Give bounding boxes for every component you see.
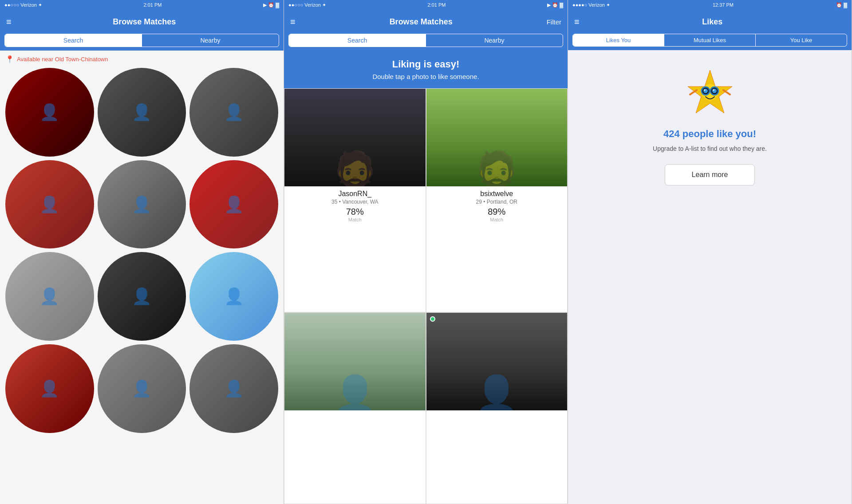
carrier-2: ●●○○○ Verizon ✦ [288, 2, 326, 8]
match-detail-2: 29 • Portland, OR [431, 199, 563, 205]
match-card-1[interactable]: 🧔 JasonRN_ 35 • Vancouver, WA 78% Match [284, 88, 426, 312]
time-1: 2:01 PM [143, 2, 162, 8]
match-photo-3: 👤 [284, 313, 426, 410]
segment-bar-3: Likes You Mutual Likes You Like [568, 34, 852, 50]
svg-point-4 [703, 89, 708, 93]
location-bar: 📍 Available near Old Town-Chinatown [0, 51, 284, 68]
nearby-tab-2[interactable]: Nearby [426, 34, 563, 47]
location-text: Available near Old Town-Chinatown [17, 56, 108, 63]
avatar-10[interactable]: 👤 [5, 344, 94, 433]
status-bar-3: ●●●●○ Verizon ✦ 12:37 PM ⏰ ▓ [568, 0, 852, 10]
segment-bar-2: Search Nearby [284, 34, 568, 51]
banner-subtitle: Double tap a photo to like someone. [293, 73, 559, 80]
star-mascot [683, 68, 737, 121]
match-percent-1: 78% [289, 207, 421, 217]
match-label-1: Match [289, 217, 421, 222]
match-info-4 [426, 410, 568, 417]
avatar-11[interactable]: 👤 [98, 344, 186, 433]
avatar-1[interactable]: 👤 [5, 68, 94, 157]
status-bar-2: ●●○○○ Verizon ✦ 2:01 PM ▶ ⏰ ▓ [284, 0, 568, 10]
panel2-content: 🧔 JasonRN_ 35 • Vancouver, WA 78% Match … [284, 88, 568, 504]
segment-control-1: Search Nearby [4, 34, 279, 47]
segment-bar-1: Search Nearby [0, 34, 284, 51]
match-info-3 [284, 410, 426, 417]
match-card-3[interactable]: 👤 [284, 312, 426, 504]
avatar-12[interactable]: 👤 [189, 344, 278, 433]
match-photo-4: 👤 [426, 313, 568, 410]
match-label-2: Match [431, 217, 563, 222]
filter-button[interactable]: Filter [547, 18, 561, 26]
liking-banner: Liking is easy! Double tap a photo to li… [284, 51, 568, 88]
match-card-2[interactable]: 🧔 bsixtwelve 29 • Portland, OR 89% Match [426, 88, 568, 312]
panel-browse-matches-left: ●●○○○ Verizon ✦ 2:01 PM ▶ ⏰ ▓ ≡ Browse M… [0, 0, 284, 504]
match-photo-1: 🧔 [284, 89, 426, 186]
avatar-6[interactable]: 👤 [189, 160, 278, 249]
match-card-4[interactable]: 👤 [426, 312, 568, 504]
match-name-1: JasonRN_ [289, 190, 421, 198]
learn-more-button[interactable]: Learn more [665, 164, 755, 185]
status-bar-1: ●●○○○ Verizon ✦ 2:01 PM ▶ ⏰ ▓ [0, 0, 284, 10]
avatar-4[interactable]: 👤 [5, 160, 94, 249]
nav-bar-3: ≡ Likes [568, 10, 852, 34]
match-info-1: JasonRN_ 35 • Vancouver, WA 78% Match [284, 186, 426, 226]
hamburger-icon-2[interactable]: ≡ [290, 17, 296, 27]
svg-point-7 [713, 89, 714, 91]
segment-control-2: Search Nearby [288, 34, 563, 47]
search-tab-2[interactable]: Search [289, 34, 426, 47]
hamburger-icon-1[interactable]: ≡ [6, 17, 12, 27]
panel3-content: 424 people like you! Upgrade to A-list t… [568, 50, 852, 504]
banner-title: Liking is easy! [293, 59, 559, 70]
avatar-8[interactable]: 👤 [98, 252, 186, 341]
panel1-content: 📍 Available near Old Town-Chinatown 👤 👤 … [0, 51, 284, 504]
match-info-2: bsixtwelve 29 • Portland, OR 89% Match [426, 186, 568, 226]
avatar-3[interactable]: 👤 [189, 68, 278, 157]
nav-title-1: Browse Matches [113, 17, 176, 27]
nav-title-2: Browse Matches [390, 17, 453, 27]
mutual-likes-tab[interactable]: Mutual Likes [664, 34, 756, 46]
carrier-3: ●●●●○ Verizon ✦ [572, 2, 610, 8]
match-photo-2: 🧔 [426, 89, 568, 186]
status-icons-3: ⏰ ▓ [836, 2, 847, 8]
time-3: 12:37 PM [713, 2, 734, 8]
svg-point-6 [704, 89, 706, 91]
panel-likes: ●●●●○ Verizon ✦ 12:37 PM ⏰ ▓ ≡ Likes Lik… [568, 0, 852, 504]
hamburger-icon-3[interactable]: ≡ [574, 17, 580, 27]
match-detail-1: 35 • Vancouver, WA [289, 199, 421, 205]
status-icons-2: ▶ ⏰ ▓ [547, 2, 563, 8]
carrier-1: ●●○○○ Verizon ✦ [4, 2, 42, 8]
match-name-2: bsixtwelve [431, 190, 563, 198]
location-pin-icon: 📍 [5, 55, 14, 63]
avatar-5[interactable]: 👤 [98, 160, 186, 249]
status-icons-1: ▶ ⏰ ▓ [263, 2, 279, 8]
likes-sub: Upgrade to A-list to find out who they a… [635, 144, 785, 154]
you-like-tab[interactable]: You Like [756, 34, 847, 46]
avatar-7[interactable]: 👤 [5, 252, 94, 341]
time-2: 2:01 PM [427, 2, 446, 8]
svg-point-5 [712, 89, 717, 93]
search-tab-1[interactable]: Search [5, 34, 142, 47]
online-indicator [430, 316, 435, 322]
three-segment-control: Likes You Mutual Likes You Like [572, 34, 847, 47]
avatar-2[interactable]: 👤 [98, 68, 186, 157]
likes-you-tab[interactable]: Likes You [573, 34, 664, 46]
panel-browse-matches-middle: ●●○○○ Verizon ✦ 2:01 PM ▶ ⏰ ▓ ≡ Browse M… [284, 0, 568, 504]
nearby-tab-1[interactable]: Nearby [142, 34, 279, 47]
likes-count: 424 people like you! [663, 128, 756, 140]
avatars-grid: 👤 👤 👤 👤 👤 👤 👤 👤 👤 👤 👤 👤 [0, 68, 284, 438]
nav-title-3: Likes [702, 17, 722, 27]
avatar-9[interactable]: 👤 [189, 252, 278, 341]
nav-bar-2: ≡ Browse Matches Filter [284, 10, 568, 34]
match-percent-2: 89% [431, 207, 563, 217]
nav-bar-1: ≡ Browse Matches [0, 10, 284, 34]
matches-grid: 🧔 JasonRN_ 35 • Vancouver, WA 78% Match … [284, 88, 568, 504]
